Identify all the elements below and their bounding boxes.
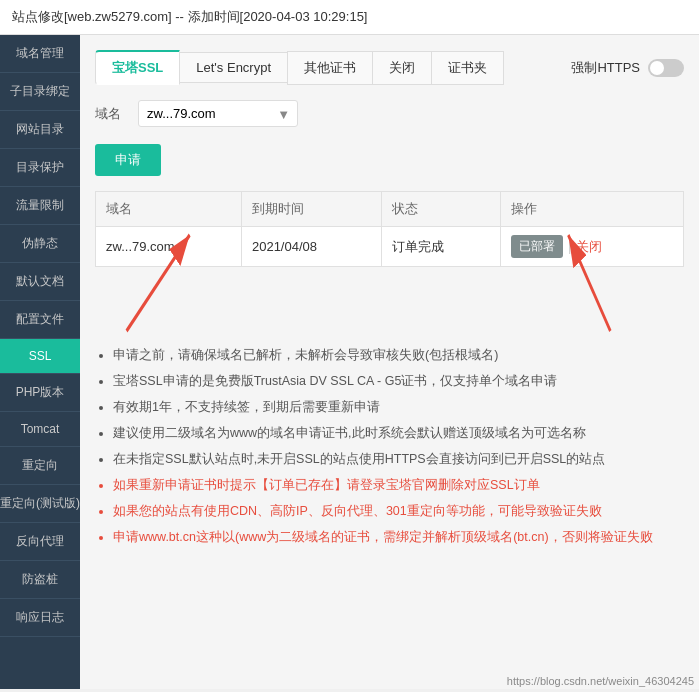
main-content: 宝塔SSL Let's Encrypt 其他证书 关闭 证书夹 强制HTTPS … bbox=[80, 35, 699, 689]
cert-status: 订单完成 bbox=[382, 227, 501, 267]
sidebar-item-11[interactable]: 重定向 bbox=[0, 447, 80, 485]
table-header-action: 操作 bbox=[500, 192, 683, 227]
force-https-label: 强制HTTPS bbox=[571, 59, 640, 77]
tab-baota-ssl[interactable]: 宝塔SSL bbox=[95, 50, 180, 85]
force-https-toggle[interactable] bbox=[648, 59, 684, 77]
title-text: 站点修改[web.zw5279.com] -- 添加时间[2020-04-03 … bbox=[12, 9, 367, 24]
sidebar-item-12[interactable]: 重定向(测试版) bbox=[0, 485, 80, 523]
sidebar-item-10[interactable]: Tomcat bbox=[0, 412, 80, 447]
cert-actions: 已部署 | 关闭 bbox=[500, 227, 683, 267]
sidebar-item-5[interactable]: 伪静态 bbox=[0, 225, 80, 263]
tab-cert-folder[interactable]: 证书夹 bbox=[431, 51, 504, 85]
sidebar-item-9[interactable]: PHP版本 bbox=[0, 374, 80, 412]
tab-lets-encrypt[interactable]: Let's Encrypt bbox=[179, 52, 288, 83]
sidebar-item-8[interactable]: SSL bbox=[0, 339, 80, 374]
domain-label: 域名 bbox=[95, 105, 130, 123]
sidebar-item-13[interactable]: 反向代理 bbox=[0, 523, 80, 561]
sidebar-item-2[interactable]: 网站目录 bbox=[0, 111, 80, 149]
tabs-row: 宝塔SSL Let's Encrypt 其他证书 关闭 证书夹 强制HTTPS bbox=[95, 50, 684, 85]
action-cell: 已部署 | 关闭 bbox=[511, 235, 673, 258]
domain-row: 域名 zw...79.com ▼ bbox=[95, 100, 684, 127]
sidebar-item-6[interactable]: 默认文档 bbox=[0, 263, 80, 301]
table-header-status: 状态 bbox=[382, 192, 501, 227]
notes-list: 申请之前，请确保域名已解析，未解析会导致审核失败(包括根域名)宝塔SSL申请的是… bbox=[95, 345, 684, 547]
domain-select[interactable]: zw...79.com bbox=[138, 100, 298, 127]
table-header-domain: 域名 bbox=[96, 192, 242, 227]
tab-close[interactable]: 关闭 bbox=[372, 51, 432, 85]
cert-table: 域名 到期时间 状态 操作 zw...79.com 2021/04/08 订单完… bbox=[95, 191, 684, 267]
sidebar-item-1[interactable]: 子目录绑定 bbox=[0, 73, 80, 111]
close-link[interactable]: 关闭 bbox=[576, 238, 602, 256]
sidebar-item-7[interactable]: 配置文件 bbox=[0, 301, 80, 339]
domain-select-wrapper: zw...79.com ▼ bbox=[138, 100, 298, 127]
arrows-overlay bbox=[95, 282, 684, 342]
cert-expiry: 2021/04/08 bbox=[241, 227, 381, 267]
cert-domain: zw...79.com bbox=[96, 227, 242, 267]
sidebar-item-4[interactable]: 流量限制 bbox=[0, 187, 80, 225]
note-item-3: 建议使用二级域名为www的域名申请证书,此时系统会默认赠送顶级域名为可选名称 bbox=[113, 423, 684, 443]
sidebar-item-0[interactable]: 域名管理 bbox=[0, 35, 80, 73]
note-item-6: 如果您的站点有使用CDN、高防IP、反向代理、301重定向等功能，可能导致验证失… bbox=[113, 501, 684, 521]
divider: | bbox=[568, 239, 571, 254]
note-item-7: 申请www.bt.cn这种以(www为二级域名的证书，需绑定并解析顶级域名(bt… bbox=[113, 527, 684, 547]
force-https-section: 强制HTTPS bbox=[571, 59, 684, 77]
tab-other-cert[interactable]: 其他证书 bbox=[287, 51, 373, 85]
title-bar: 站点修改[web.zw5279.com] -- 添加时间[2020-04-03 … bbox=[0, 0, 699, 35]
footer-url: https://blog.csdn.net/weixin_46304245 bbox=[507, 675, 694, 687]
deployed-button[interactable]: 已部署 bbox=[511, 235, 563, 258]
layout: 域名管理子目录绑定网站目录目录保护流量限制伪静态默认文档配置文件SSLPHP版本… bbox=[0, 35, 699, 689]
sidebar-item-3[interactable]: 目录保护 bbox=[0, 149, 80, 187]
note-item-2: 有效期1年，不支持续签，到期后需要重新申请 bbox=[113, 397, 684, 417]
cert-table-wrapper: 域名 到期时间 状态 操作 zw...79.com 2021/04/08 订单完… bbox=[95, 191, 684, 345]
table-row: zw...79.com 2021/04/08 订单完成 已部署 | 关闭 bbox=[96, 227, 684, 267]
sidebar: 域名管理子目录绑定网站目录目录保护流量限制伪静态默认文档配置文件SSLPHP版本… bbox=[0, 35, 80, 689]
note-item-1: 宝塔SSL申请的是免费版TrustAsia DV SSL CA - G5证书，仅… bbox=[113, 371, 684, 391]
sidebar-item-14[interactable]: 防盗桩 bbox=[0, 561, 80, 599]
note-item-0: 申请之前，请确保域名已解析，未解析会导致审核失败(包括根域名) bbox=[113, 345, 684, 365]
table-header-expiry: 到期时间 bbox=[241, 192, 381, 227]
note-item-5: 如果重新申请证书时提示【订单已存在】请登录宝塔官网删除对应SSL订单 bbox=[113, 475, 684, 495]
note-item-4: 在未指定SSL默认站点时,未开启SSL的站点使用HTTPS会直接访问到已开启SS… bbox=[113, 449, 684, 469]
apply-button[interactable]: 申请 bbox=[95, 144, 161, 176]
sidebar-item-15[interactable]: 响应日志 bbox=[0, 599, 80, 637]
